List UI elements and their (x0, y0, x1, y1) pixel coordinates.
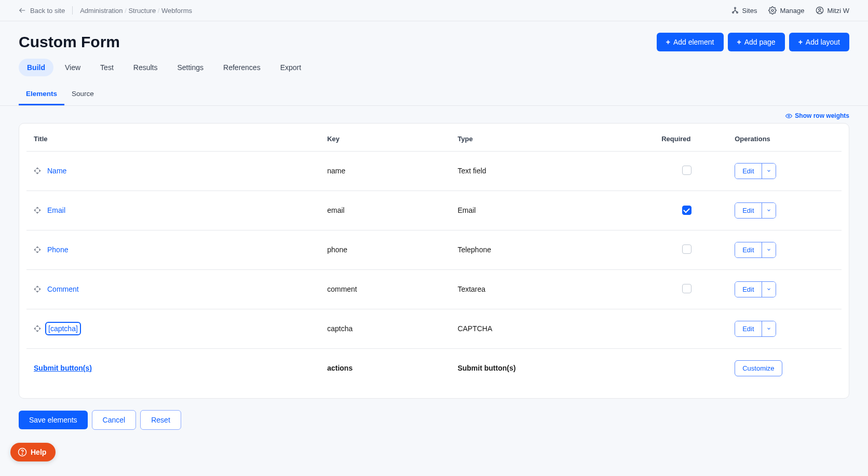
edit-dropdown-toggle[interactable] (762, 242, 776, 257)
required-checkbox[interactable] (682, 206, 691, 215)
edit-dropdown-toggle[interactable] (762, 321, 776, 336)
tab-build[interactable]: Build (19, 59, 53, 76)
element-title-link[interactable]: Name (47, 167, 66, 175)
tab-view[interactable]: View (57, 59, 89, 76)
element-key: captcha (320, 309, 450, 348)
table-row: [captcha]captchaCAPTCHAEdit (26, 309, 842, 348)
customize-button[interactable]: Customize (735, 360, 782, 376)
back-to-site-link[interactable]: Back to site (30, 7, 65, 15)
edit-button[interactable]: Edit (735, 282, 761, 297)
page-header: Custom Form +Add element +Add page +Add … (0, 21, 868, 59)
element-type: Telephone (450, 230, 646, 269)
edit-dropdown: Edit (735, 242, 776, 258)
element-title-link[interactable]: [captcha] (47, 324, 79, 333)
submit-row-key: actions (320, 348, 450, 388)
reset-button[interactable]: Reset (140, 410, 181, 430)
required-checkbox[interactable] (682, 166, 691, 175)
tab-test[interactable]: Test (92, 59, 122, 76)
sites-icon (731, 6, 739, 15)
plus-icon: + (666, 38, 670, 46)
edit-dropdown: Edit (735, 321, 776, 337)
table-row: EmailemailEmailEdit (26, 191, 842, 230)
footer-actions: Save elements Cancel Reset (0, 399, 868, 441)
submit-row-link[interactable]: Submit button(s) (34, 364, 92, 372)
breadcrumb: Administration / Structure / Webforms (80, 7, 192, 15)
add-layout-button[interactable]: +Add layout (789, 33, 849, 51)
element-type: CAPTCHA (450, 309, 646, 348)
drag-handle-icon[interactable] (34, 167, 41, 174)
col-type: Type (450, 124, 646, 152)
element-key: name (320, 151, 450, 191)
tab-references[interactable]: References (215, 59, 269, 76)
required-checkbox[interactable] (682, 284, 691, 293)
element-key: phone (320, 230, 450, 269)
sites-label: Sites (742, 7, 757, 15)
show-row-weights-link[interactable]: Show row weights (785, 112, 849, 119)
subtab-source[interactable]: Source (64, 84, 101, 105)
breadcrumb-link[interactable]: Administration (80, 7, 123, 15)
col-title: Title (26, 124, 320, 152)
elements-table: Title Key Type Required Operations Namen… (26, 124, 842, 388)
table-row: CommentcommentTextareaEdit (26, 269, 842, 309)
user-icon (816, 6, 824, 15)
save-elements-button[interactable]: Save elements (19, 411, 88, 429)
submit-row-type: Submit button(s) (450, 348, 646, 388)
manage-link[interactable]: Manage (768, 6, 804, 15)
cancel-button[interactable]: Cancel (92, 410, 137, 430)
svg-point-5 (819, 8, 821, 10)
tab-export[interactable]: Export (272, 59, 309, 76)
col-key: Key (320, 124, 450, 152)
svg-point-6 (788, 115, 790, 116)
table-row: NamenameText fieldEdit (26, 151, 842, 191)
add-page-button[interactable]: +Add page (728, 33, 785, 51)
topbar: Back to site Administration / Structure … (0, 0, 868, 21)
sites-link[interactable]: Sites (731, 6, 757, 15)
drag-handle-icon[interactable] (34, 325, 41, 332)
topbar-right: Sites Manage Mitzi W (731, 6, 850, 15)
table-row: PhonephoneTelephoneEdit (26, 230, 842, 269)
user-menu[interactable]: Mitzi W (816, 6, 849, 15)
tab-settings[interactable]: Settings (169, 59, 212, 76)
required-checkbox[interactable] (682, 244, 691, 254)
element-title-link[interactable]: Comment (47, 285, 79, 293)
element-title-link[interactable]: Phone (47, 246, 68, 254)
svg-point-1 (732, 12, 734, 13)
plus-icon: + (737, 38, 741, 46)
manage-label: Manage (780, 7, 804, 15)
drag-handle-icon[interactable] (34, 207, 41, 214)
edit-dropdown: Edit (735, 202, 776, 219)
breadcrumb-link[interactable]: Webforms (161, 7, 192, 15)
edit-dropdown: Edit (735, 163, 776, 179)
secondary-tabs: ElementsSource (0, 84, 868, 106)
edit-button[interactable]: Edit (735, 242, 761, 257)
user-name: Mitzi W (827, 7, 849, 15)
drag-handle-icon[interactable] (34, 246, 41, 253)
edit-dropdown-toggle[interactable] (762, 282, 776, 297)
header-actions: +Add element +Add page +Add layout (657, 33, 849, 51)
element-type: Email (450, 191, 646, 230)
col-operations: Operations (727, 124, 842, 152)
primary-tabs: BuildViewTestResultsSettingsReferencesEx… (0, 59, 868, 84)
edit-dropdown: Edit (735, 281, 776, 297)
topbar-left: Back to site Administration / Structure … (19, 6, 192, 15)
topbar-divider (72, 6, 73, 15)
edit-button[interactable]: Edit (735, 164, 761, 179)
edit-dropdown-toggle[interactable] (762, 203, 776, 218)
subtab-elements[interactable]: Elements (19, 84, 64, 105)
add-element-button[interactable]: +Add element (657, 33, 724, 51)
table-row-submit: Submit button(s)actionsSubmit button(s)C… (26, 348, 842, 388)
tab-results[interactable]: Results (125, 59, 166, 76)
gear-icon (768, 6, 777, 15)
element-title-link[interactable]: Email (47, 206, 65, 214)
svg-point-2 (736, 12, 738, 13)
edit-button[interactable]: Edit (735, 203, 761, 218)
edit-dropdown-toggle[interactable] (762, 164, 776, 179)
back-arrow-icon (19, 7, 26, 14)
elements-table-card: Title Key Type Required Operations Namen… (19, 123, 849, 399)
element-type: Text field (450, 151, 646, 191)
drag-handle-icon[interactable] (34, 285, 41, 293)
element-type: Textarea (450, 269, 646, 309)
edit-button[interactable]: Edit (735, 321, 761, 336)
breadcrumb-link[interactable]: Structure (128, 7, 156, 15)
eye-icon (785, 113, 792, 119)
